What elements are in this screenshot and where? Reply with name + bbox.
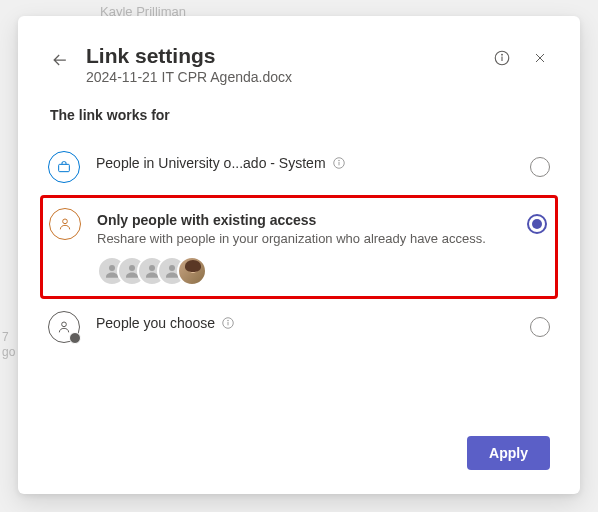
section-label: The link works for <box>50 107 550 123</box>
option-choose-text: People you choose <box>96 311 514 331</box>
person-icon <box>49 208 81 240</box>
option-org[interactable]: People in University o...ado - System <box>48 139 550 195</box>
svg-point-2 <box>502 54 503 55</box>
radio-choose[interactable] <box>530 317 550 337</box>
back-button[interactable] <box>48 48 72 72</box>
svg-point-15 <box>228 320 229 321</box>
info-icon[interactable] <box>332 156 346 170</box>
option-existing-title: Only people with existing access <box>97 212 316 228</box>
person-settings-icon <box>48 311 80 343</box>
svg-point-11 <box>169 265 175 271</box>
dialog-title: Link settings <box>86 44 478 68</box>
svg-rect-3 <box>59 164 70 171</box>
radio-org[interactable] <box>530 157 550 177</box>
svg-point-6 <box>338 160 339 161</box>
avatar-stack <box>97 256 511 286</box>
info-icon[interactable] <box>221 316 235 330</box>
option-org-title: People in University o...ado - System <box>96 155 326 171</box>
header-actions <box>492 48 550 68</box>
svg-point-10 <box>149 265 155 271</box>
option-choose[interactable]: People you choose <box>48 299 550 355</box>
gear-badge-icon <box>69 332 81 344</box>
svg-point-12 <box>62 322 67 327</box>
option-existing-text: Only people with existing access Reshare… <box>97 208 511 286</box>
link-settings-dialog: Link settings 2024-11-21 IT CPR Agenda.d… <box>18 16 580 494</box>
info-icon <box>493 49 511 67</box>
arrow-left-icon <box>50 50 70 70</box>
title-block: Link settings 2024-11-21 IT CPR Agenda.d… <box>86 44 478 85</box>
option-org-text: People in University o...ado - System <box>96 151 514 171</box>
background-fragment-1: 7 <box>2 330 9 344</box>
close-button[interactable] <box>530 48 550 68</box>
svg-point-9 <box>129 265 135 271</box>
dialog-header: Link settings 2024-11-21 IT CPR Agenda.d… <box>48 44 550 85</box>
background-fragment-2: go <box>2 345 15 359</box>
close-icon <box>532 50 548 66</box>
svg-point-8 <box>109 265 115 271</box>
svg-point-7 <box>63 219 68 224</box>
option-existing-access[interactable]: Only people with existing access Reshare… <box>40 195 558 299</box>
dialog-filename: 2024-11-21 IT CPR Agenda.docx <box>86 69 478 85</box>
briefcase-icon <box>48 151 80 183</box>
apply-button[interactable]: Apply <box>467 436 550 470</box>
option-existing-desc: Reshare with people in your organization… <box>97 230 511 248</box>
avatar-user <box>177 256 207 286</box>
radio-existing[interactable] <box>527 214 547 234</box>
dialog-footer: Apply <box>48 418 550 470</box>
info-button[interactable] <box>492 48 512 68</box>
option-choose-title: People you choose <box>96 315 215 331</box>
